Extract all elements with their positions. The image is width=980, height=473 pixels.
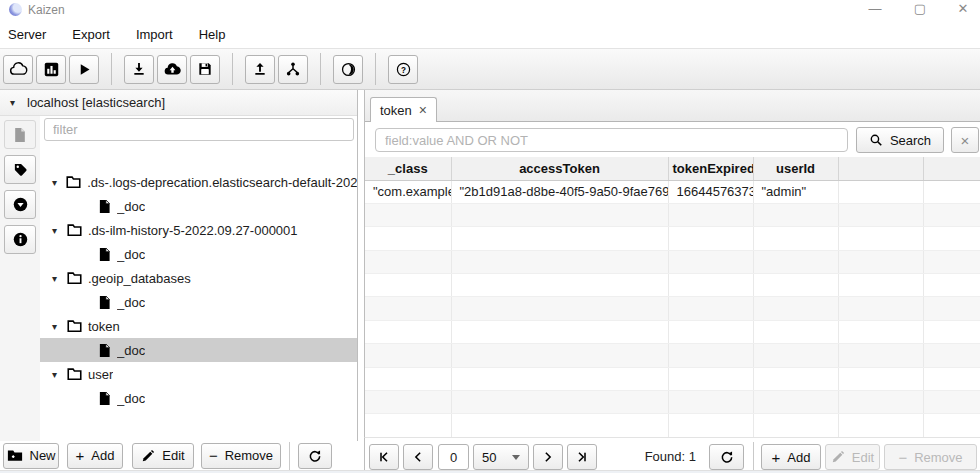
save-button[interactable]: [190, 55, 220, 84]
help-icon: ?: [395, 61, 412, 78]
expand-toggle-icon[interactable]: ▾: [52, 369, 62, 380]
document-button[interactable]: [4, 120, 36, 149]
page-number-input[interactable]: [438, 444, 469, 470]
new-index-button[interactable]: New: [3, 443, 59, 469]
table-empty-row: [365, 227, 980, 250]
table-cell: [753, 320, 838, 343]
tree-root-toggle-icon[interactable]: ▾: [10, 97, 20, 108]
search-label: Search: [890, 133, 931, 148]
menu-item[interactable]: Import: [136, 23, 185, 46]
expand-toggle-icon[interactable]: ▾: [52, 177, 61, 188]
tree-item-label: .ds-ilm-history-5-2022.09.27-000001: [88, 223, 298, 238]
expand-toggle-icon[interactable]: ▾: [52, 273, 62, 284]
results-refresh-button[interactable]: [709, 444, 744, 470]
tree-item[interactable]: ▾ .ds-ilm-history-5-2022.09.27-000001: [40, 218, 357, 242]
action-bar-separator: [289, 442, 290, 470]
hierarchy-button[interactable]: [278, 55, 308, 84]
new-label: New: [30, 448, 56, 463]
tree-header[interactable]: ▾ localhost [elasticsearch]: [0, 90, 357, 116]
prev-page-button[interactable]: [403, 444, 433, 470]
table-cell: [451, 250, 668, 273]
side-icon-strip: [0, 116, 40, 441]
toolbar: ?: [0, 48, 980, 90]
tree-refresh-button[interactable]: [298, 443, 332, 469]
info-button[interactable]: [4, 225, 36, 254]
table-cell: [365, 227, 451, 250]
column-header[interactable]: tokenExpiredAt: [668, 157, 753, 180]
tree-item[interactable]: ▾ token: [40, 314, 357, 338]
menu-item[interactable]: Export: [72, 23, 122, 46]
run-button[interactable]: [69, 55, 99, 84]
table-cell: [923, 274, 980, 297]
title-bar: Kaizen — ▢ ✕: [0, 0, 980, 20]
tree-item[interactable]: ▾ _doc: [40, 386, 357, 410]
menu-item[interactable]: Help: [199, 23, 238, 46]
menu-item[interactable]: Server: [8, 23, 58, 46]
help-button[interactable]: ?: [388, 55, 418, 84]
tree-item[interactable]: ▾ user: [40, 362, 357, 386]
tree-item[interactable]: ▾ _doc: [40, 338, 357, 362]
minimize-button[interactable]: —: [862, 0, 888, 19]
doc-icon: [98, 295, 111, 310]
tab-close-icon[interactable]: ×: [419, 103, 427, 117]
table-row[interactable]: "com.example.t...""2b1d91a8-d8be-40f5-9a…: [365, 180, 980, 203]
tree-item-label: .geoip_databases: [88, 271, 191, 286]
table-empty-row: [365, 320, 980, 343]
table-cell[interactable]: 1664457637305: [668, 180, 753, 203]
chart-button[interactable]: [36, 55, 66, 84]
table-cell: [838, 250, 923, 273]
next-page-button[interactable]: [533, 444, 563, 470]
minus-icon: −: [898, 449, 907, 466]
column-header[interactable]: userId: [753, 157, 838, 180]
expand-toggle-icon[interactable]: ▾: [52, 225, 62, 236]
plus-icon: +: [76, 448, 85, 463]
tree-item[interactable]: ▾ _doc: [40, 290, 357, 314]
row-add-button[interactable]: + Add: [761, 444, 821, 470]
table-cell[interactable]: "2b1d91a8-d8be-40f5-9a50-9fae769a8ea1": [451, 180, 668, 203]
tree-add-button[interactable]: + Add: [67, 443, 123, 469]
filter-input[interactable]: [44, 118, 354, 141]
upload-button[interactable]: [245, 55, 275, 84]
cloud-connect-button[interactable]: [3, 55, 33, 84]
row-edit-button[interactable]: Edit: [825, 444, 880, 470]
download-button[interactable]: [124, 55, 154, 84]
row-remove-button[interactable]: − Remove: [884, 444, 977, 470]
page-size-value: 50: [482, 450, 496, 465]
search-button[interactable]: Search: [856, 127, 944, 153]
table-cell: [668, 367, 753, 390]
table-cell[interactable]: [838, 180, 923, 203]
table-empty-row: [365, 250, 980, 273]
close-button[interactable]: ✕: [950, 0, 976, 19]
page-size-select[interactable]: 50: [473, 444, 529, 470]
table-cell[interactable]: "com.example.t...": [365, 180, 451, 203]
maximize-button[interactable]: ▢: [907, 0, 933, 19]
first-page-button[interactable]: [369, 444, 399, 470]
column-header[interactable]: [838, 157, 923, 180]
column-header[interactable]: _class: [365, 157, 451, 180]
info-icon: [13, 232, 28, 247]
table-cell[interactable]: "admin": [753, 180, 838, 203]
tag-button[interactable]: [4, 155, 36, 184]
tree-item[interactable]: ▾ _doc: [40, 194, 357, 218]
tree-item[interactable]: ▾ .geoip_databases: [40, 266, 357, 290]
tree-item[interactable]: ▾ .ds-.logs-deprecation.elasticsearch-de…: [40, 170, 357, 194]
table-cell: [753, 227, 838, 250]
document-icon: [13, 127, 27, 143]
search-input[interactable]: [375, 128, 848, 152]
last-page-button[interactable]: [567, 444, 597, 470]
folder-icon: [67, 367, 82, 381]
theme-button[interactable]: [333, 55, 363, 84]
cloud-upload-button[interactable]: [157, 55, 187, 84]
tree-edit-button[interactable]: Edit: [132, 443, 194, 469]
expand-collapse-button[interactable]: [4, 190, 36, 219]
tab-token[interactable]: token ×: [370, 97, 437, 122]
tree-remove-button[interactable]: − Remove: [201, 443, 281, 469]
column-header[interactable]: accessToken: [451, 157, 668, 180]
column-header[interactable]: [923, 157, 980, 180]
table-cell[interactable]: [923, 180, 980, 203]
tree-item-label: _doc: [117, 295, 145, 310]
table-cell: [923, 391, 980, 414]
expand-toggle-icon[interactable]: ▾: [52, 321, 62, 332]
tree-item[interactable]: ▾ _doc: [40, 242, 357, 266]
clear-search-button[interactable]: ×: [951, 127, 979, 153]
